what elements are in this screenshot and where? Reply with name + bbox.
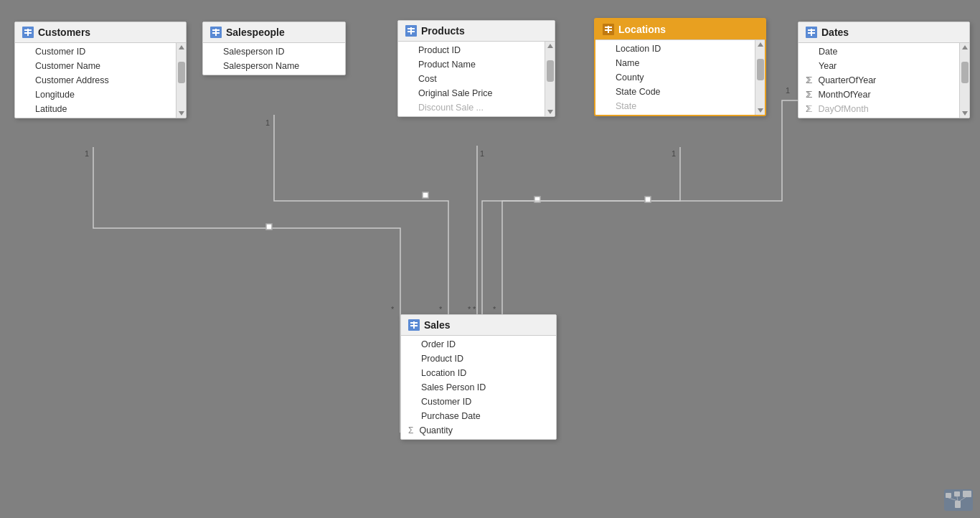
- field-state-code: State Code: [595, 85, 755, 99]
- field-discount-sale: Discount Sale ...: [398, 100, 545, 115]
- sales-table[interactable]: Sales Order ID Product ID Location ID Sa…: [400, 314, 557, 440]
- scroll-up-arrow: [962, 45, 968, 50]
- products-cardinality: 1: [480, 149, 484, 158]
- table-icon: [603, 24, 614, 35]
- field-name: Name: [595, 56, 755, 70]
- customers-scrollbar[interactable]: [176, 43, 186, 118]
- field-order-id: Order ID: [401, 337, 556, 352]
- table-icon: [408, 319, 420, 331]
- field-product-name: Product Name: [398, 57, 545, 72]
- sales-header: Sales: [401, 315, 556, 336]
- svg-rect-3: [645, 197, 651, 202]
- diagram-canvas: 1 * 1 * 1 * 1 * 1 * Custom: [0, 0, 980, 518]
- field-original-sale-price: Original Sale Price: [398, 86, 545, 100]
- dates-table[interactable]: Dates Date Year ΣQuarterOfYear ΣMonthOfY…: [798, 22, 970, 118]
- locations-title: Locations: [618, 24, 666, 35]
- field-salesperson-name: Salesperson Name: [203, 59, 345, 73]
- scroll-thumb[interactable]: [178, 62, 185, 83]
- salespeople-title: Salespeople: [226, 27, 285, 38]
- field-day-of-month: ΣDayOfMonth: [798, 102, 959, 116]
- field-county: County: [595, 70, 755, 85]
- field-product-id: Product ID: [398, 43, 545, 57]
- scroll-down-arrow: [758, 108, 763, 113]
- scroll-down-arrow: [547, 110, 553, 114]
- field-quantity: ΣQuantity: [401, 423, 556, 438]
- svg-rect-0: [266, 224, 272, 230]
- svg-rect-1: [423, 192, 428, 198]
- table-icon: [806, 27, 817, 38]
- locations-table[interactable]: Locations Location ID Name County State …: [594, 18, 766, 116]
- locations-scrollbar[interactable]: [755, 40, 765, 115]
- svg-rect-5: [946, 493, 951, 498]
- field-quarter-of-year: ΣQuarterOfYear: [798, 73, 959, 88]
- sales-body: Order ID Product ID Location ID Sales Pe…: [401, 336, 556, 439]
- locations-header: Locations: [595, 19, 765, 40]
- locations-cardinality: 1: [672, 149, 676, 158]
- salespeople-body: Salesperson ID Salesperson Name: [203, 43, 345, 75]
- svg-rect-6: [954, 491, 960, 496]
- salespeople-table[interactable]: Salespeople Salesperson ID Salesperson N…: [202, 22, 346, 75]
- locations-body: Location ID Name County State Code State: [595, 40, 765, 115]
- field-customer-id: Customer ID: [15, 44, 176, 59]
- scroll-down-arrow: [962, 111, 968, 116]
- table-icon: [22, 27, 34, 38]
- field-purchase-date: Purchase Date: [401, 409, 556, 423]
- customers-header: Customers: [15, 22, 186, 43]
- field-sales-person-id: Sales Person ID: [401, 380, 556, 395]
- field-customer-address: Customer Address: [15, 73, 176, 88]
- field-location-id: Location ID: [595, 42, 755, 56]
- field-year: Year: [798, 59, 959, 73]
- svg-rect-2: [534, 197, 540, 202]
- products-table[interactable]: Products Product ID Product Name Cost Or…: [397, 20, 555, 117]
- field-state: State: [595, 99, 755, 113]
- customers-table[interactable]: Customers Customer ID Customer Name Cust…: [14, 22, 187, 118]
- salespeople-cardinality: 1: [265, 118, 270, 127]
- scroll-up-arrow: [758, 42, 763, 47]
- table-icon: [210, 27, 222, 38]
- field-customer-name: Customer Name: [15, 59, 176, 73]
- field-sales-product-id: Product ID: [401, 352, 556, 366]
- scroll-up-arrow: [179, 45, 184, 50]
- field-longitude: Longitude: [15, 88, 176, 102]
- locations-sales-many: *: [473, 305, 476, 314]
- field-cost: Cost: [398, 72, 545, 86]
- salespeople-sales-many: *: [439, 305, 443, 314]
- sales-title: Sales: [424, 319, 451, 331]
- field-latitude: Latitude: [15, 102, 176, 116]
- dates-sales-many: *: [493, 305, 496, 314]
- scroll-thumb[interactable]: [547, 60, 554, 82]
- scroll-thumb[interactable]: [757, 59, 764, 80]
- dates-scrollbar[interactable]: [959, 43, 969, 118]
- minimap-icon[interactable]: [944, 489, 973, 511]
- dates-cardinality: 1: [786, 86, 790, 95]
- salespeople-header: Salespeople: [203, 22, 345, 43]
- dates-header: Dates: [798, 22, 969, 43]
- products-body: Product ID Product Name Cost Original Sa…: [398, 42, 555, 116]
- scroll-down-arrow: [179, 111, 184, 116]
- field-sales-customer-id: Customer ID: [401, 395, 556, 409]
- dates-title: Dates: [821, 27, 849, 38]
- scroll-thumb[interactable]: [961, 62, 969, 83]
- customers-title: Customers: [38, 27, 90, 38]
- customers-cardinality: 1: [85, 149, 89, 158]
- svg-rect-7: [963, 491, 971, 497]
- products-sales-many: *: [468, 305, 471, 314]
- field-salesperson-id: Salesperson ID: [203, 44, 345, 59]
- scroll-up-arrow: [547, 44, 553, 48]
- products-title: Products: [421, 25, 465, 37]
- field-month-of-year: ΣMonthOfYear: [798, 88, 959, 102]
- products-scrollbar[interactable]: [545, 42, 555, 116]
- field-sales-location-id: Location ID: [401, 366, 556, 380]
- field-date: Date: [798, 44, 959, 59]
- products-header: Products: [398, 21, 555, 42]
- svg-rect-8: [955, 501, 961, 508]
- table-icon: [405, 25, 417, 37]
- dates-body: Date Year ΣQuarterOfYear ΣMonthOfYear ΣD…: [798, 43, 969, 118]
- customers-body: Customer ID Customer Name Customer Addre…: [15, 43, 186, 118]
- customers-sales-many: *: [391, 305, 395, 314]
